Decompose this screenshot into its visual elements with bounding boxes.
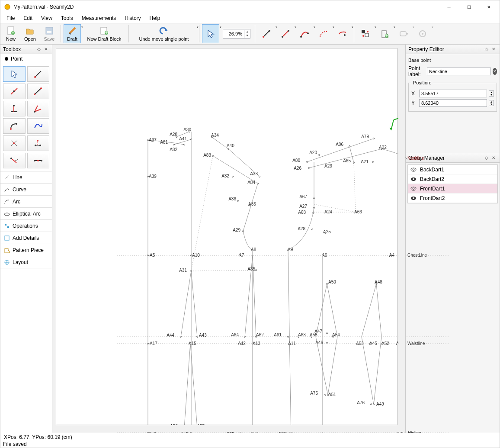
point-dot[interactable] — [240, 343, 242, 345]
point-dot[interactable] — [252, 432, 253, 433]
group-tool-icon[interactable]: ▾ — [357, 24, 374, 43]
zoom-up[interactable]: ▲ — [244, 30, 250, 34]
point-dot[interactable] — [289, 343, 291, 345]
pointlabel-input[interactable] — [427, 68, 491, 75]
point-dot[interactable] — [326, 283, 328, 285]
tool-along[interactable] — [27, 153, 50, 168]
groupmgr-float-icon[interactable]: ◇ — [483, 155, 490, 161]
group-row[interactable]: FrontDart2 — [408, 193, 497, 203]
scrollbar-horizontal[interactable] — [56, 425, 405, 432]
point-dot[interactable] — [332, 336, 334, 338]
point-dot[interactable] — [356, 343, 358, 345]
zoom-control[interactable]: ▲▼ — [223, 29, 250, 39]
menu-file[interactable]: File — [2, 14, 19, 22]
piece-tool-icon[interactable]: ▾ — [395, 24, 412, 43]
tool-midpoint[interactable] — [3, 84, 26, 99]
tool-triangle[interactable] — [27, 135, 50, 151]
menu-measurements[interactable]: Measurements — [77, 14, 120, 22]
point-dot[interactable] — [253, 343, 255, 345]
point-dot[interactable] — [349, 145, 350, 147]
undo-button[interactable]: Undo move single point▾ — [131, 24, 196, 43]
point-dot[interactable] — [242, 230, 244, 232]
tool-intersect[interactable] — [3, 135, 26, 151]
draft-button[interactable]: Draft▾ — [64, 24, 81, 43]
point-dot[interactable] — [237, 200, 239, 202]
property-close-icon[interactable]: ✕ — [490, 46, 497, 53]
point-dot[interactable] — [291, 432, 292, 433]
point-dot[interactable] — [355, 211, 356, 213]
line-tool-icon[interactable]: ▾ — [258, 24, 275, 43]
point-dot[interactable] — [326, 332, 328, 334]
point-dot[interactable] — [211, 136, 213, 138]
tool-arc-pt[interactable] — [3, 118, 26, 134]
settings-icon[interactable]: ▾ — [414, 24, 431, 43]
open-button[interactable]: Open — [21, 24, 39, 43]
point-dot[interactable] — [279, 432, 281, 433]
point-dot[interactable] — [255, 336, 257, 338]
point-dot[interactable] — [244, 336, 246, 338]
point-dot[interactable] — [190, 432, 192, 433]
menu-tools[interactable]: Tools — [57, 14, 77, 22]
point-dot[interactable] — [326, 342, 328, 344]
clear-icon[interactable]: ✕ — [493, 68, 497, 75]
save-button[interactable]: Save — [41, 24, 58, 43]
point-dot[interactable] — [196, 336, 198, 338]
point-dot[interactable] — [373, 403, 375, 405]
point-dot[interactable] — [372, 161, 374, 163]
point-dot[interactable] — [306, 161, 308, 163]
point-dot[interactable] — [255, 269, 257, 271]
point-dot[interactable] — [322, 255, 324, 256]
elarc-tool-icon[interactable]: ▾ — [334, 24, 351, 43]
cat-details[interactable]: Add Details — [0, 232, 52, 244]
point-dot[interactable] — [249, 204, 251, 206]
tool-endline[interactable] — [27, 84, 50, 99]
point-dot[interactable] — [313, 207, 315, 209]
point-dot[interactable] — [311, 229, 313, 230]
point-dot[interactable] — [147, 139, 149, 141]
point-dot[interactable] — [325, 211, 327, 213]
detail-tool-icon[interactable]: +▾ — [376, 24, 393, 43]
toolbox-close-icon[interactable]: ✕ — [42, 46, 49, 53]
point-dot[interactable] — [189, 343, 191, 345]
point-dot[interactable] — [370, 403, 372, 405]
point-dot[interactable] — [313, 197, 315, 199]
zoom-down[interactable]: ▼ — [244, 34, 250, 38]
close-button[interactable]: ✕ — [479, 0, 499, 13]
point-dot[interactable] — [257, 183, 259, 184]
point-dot[interactable] — [381, 148, 382, 150]
point-dot[interactable] — [318, 154, 320, 156]
line-tool2-icon[interactable]: ▾ — [277, 24, 294, 43]
point-dot[interactable] — [287, 249, 289, 251]
point-dot[interactable] — [240, 432, 241, 433]
pos-y-input[interactable] — [419, 99, 487, 107]
group-row[interactable]: BackDart2 — [408, 174, 497, 184]
menu-edit[interactable]: Edit — [19, 14, 37, 22]
cat-curve[interactable]: Curve — [0, 184, 52, 196]
point-dot[interactable] — [325, 165, 327, 167]
group-row[interactable]: BackDart1 — [408, 165, 497, 174]
cat-line[interactable]: Line — [0, 171, 52, 184]
zoom-input[interactable] — [223, 31, 244, 36]
point-dot[interactable] — [369, 343, 371, 345]
point-dot[interactable] — [228, 148, 229, 150]
maximize-button[interactable]: ☐ — [459, 0, 479, 13]
menu-view[interactable]: View — [37, 14, 57, 22]
pointer-tool-button[interactable]: ▾ — [202, 24, 219, 43]
point-dot[interactable] — [180, 336, 182, 338]
point-dot[interactable] — [147, 255, 149, 256]
point-dot[interactable] — [312, 212, 314, 214]
point-dot[interactable] — [311, 336, 312, 338]
point-dot[interactable] — [298, 336, 299, 338]
point-dot[interactable] — [252, 249, 253, 251]
point-dot[interactable] — [381, 343, 383, 345]
point-dot[interactable] — [176, 136, 177, 138]
cat-ops[interactable]: Operations — [0, 220, 52, 232]
point-dot[interactable] — [147, 432, 149, 433]
y-down[interactable]: ▼ — [489, 103, 494, 106]
cat-piece[interactable]: Pattern Piece — [0, 244, 52, 256]
tool-spline[interactable] — [27, 118, 50, 134]
point-dot[interactable] — [375, 283, 377, 285]
point-dot[interactable] — [190, 139, 192, 140]
tool-pointer[interactable] — [3, 66, 26, 82]
point-dot[interactable] — [189, 131, 190, 132]
